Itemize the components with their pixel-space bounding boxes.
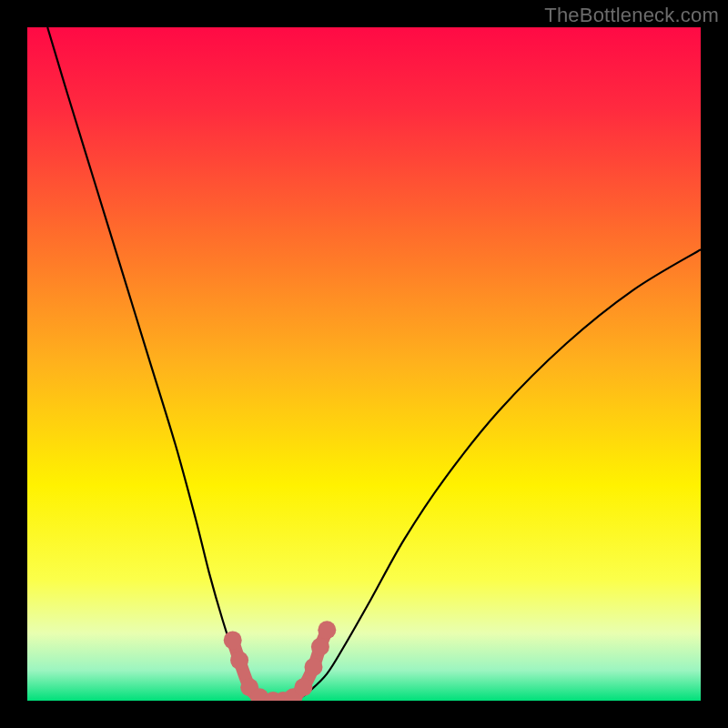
plot-area [27,27,701,701]
watermark-text: TheBottleneck.com [544,4,719,27]
valley-dot [311,638,329,656]
valley-dot [294,678,312,696]
valley-dot [318,621,336,639]
valley-dot [224,631,242,649]
curves-layer [27,27,701,701]
valley-highlight-dots [224,621,337,701]
right-curve [297,249,701,701]
valley-dot [230,652,248,670]
left-curve [47,27,267,701]
chart-frame: TheBottleneck.com [0,0,728,728]
valley-dot [305,658,323,676]
